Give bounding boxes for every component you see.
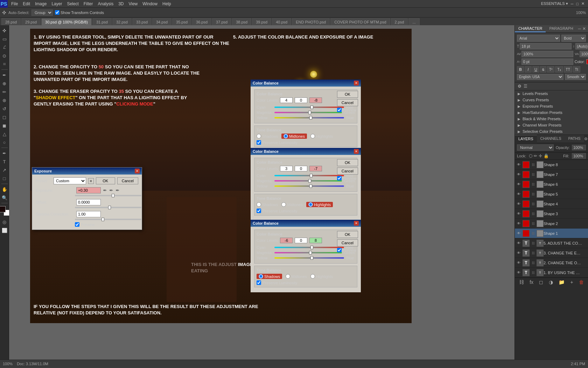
cb1-close-btn[interactable]: ✕: [354, 81, 359, 86]
menu-select[interactable]: Select: [67, 1, 78, 6]
cb2-cancel-btn[interactable]: Cancel: [337, 168, 358, 175]
paths-tab[interactable]: PATHS: [565, 135, 584, 143]
kerning-field[interactable]: [522, 51, 573, 57]
cb3-cancel-btn[interactable]: Cancel: [337, 239, 358, 246]
cb1-yellow-slider[interactable]: [309, 116, 312, 120]
cb2-cyan-slider[interactable]: [310, 174, 313, 177]
panel-close[interactable]: ✕: [582, 26, 586, 31]
levels-presets-item[interactable]: ▶ Levels Presets: [515, 90, 588, 97]
eyedropper-1[interactable]: ✒: [103, 188, 107, 193]
cb1-midtones-radio-active[interactable]: Midtones: [281, 134, 307, 139]
zoom-tool[interactable]: 🔍: [1, 194, 8, 202]
channels-tab[interactable]: CHANNELS: [537, 135, 565, 143]
layer-eye-shape3[interactable]: 👁: [516, 211, 521, 216]
tab-31[interactable]: 31.psd: [92, 18, 112, 25]
cb2-level3[interactable]: [309, 166, 322, 171]
tab-more[interactable]: ...: [408, 18, 419, 25]
layer-shape5[interactable]: 👁 ⛓ Shape 5: [515, 189, 588, 199]
menu-layer[interactable]: Layer: [51, 1, 62, 6]
fg-bg-colors[interactable]: [0, 206, 10, 216]
layer-text3[interactable]: 👁 T ⛓ T 3. CHANGE THE ERASER OP...: [515, 248, 588, 258]
font-style-select[interactable]: Bold: [561, 35, 586, 42]
panel-minimize[interactable]: ─: [578, 26, 581, 31]
layer-eye-text1[interactable]: 👁: [516, 270, 521, 275]
font-size-field[interactable]: [520, 43, 572, 49]
opacity-field[interactable]: [572, 145, 586, 150]
layer-eye-shape8[interactable]: 👁: [516, 162, 521, 167]
tab-32[interactable]: 32.psd: [112, 18, 132, 25]
lock-image-btn[interactable]: ✏: [534, 154, 537, 158]
move-tool[interactable]: ✜: [1, 27, 8, 34]
lasso-tool[interactable]: 𝓛: [1, 43, 8, 51]
clone-tool[interactable]: ⊛: [1, 96, 8, 104]
layer-eye-shape1[interactable]: 👁: [516, 231, 521, 236]
eyedropper-2[interactable]: ✒: [109, 188, 113, 193]
anti-alias-select[interactable]: Smooth: [565, 74, 586, 80]
text-tool[interactable]: T: [1, 158, 8, 165]
tracking-field[interactable]: [580, 51, 588, 57]
tab-end-photo[interactable]: END PHOTO.psd: [292, 18, 330, 25]
layer-eye-text3[interactable]: 👁: [516, 251, 521, 255]
cb3-magenta-slider[interactable]: [309, 251, 312, 254]
exposure-value-field[interactable]: [76, 187, 101, 193]
layer-shape2[interactable]: 👁 ⛓ Shape 2: [515, 219, 588, 229]
caps-btn[interactable]: TT: [564, 66, 572, 73]
exposure-close-btn[interactable]: ✕: [135, 169, 140, 173]
layer-text1[interactable]: 👁 T ⛓ T 1. BY USING THE ERASER T...: [515, 268, 588, 278]
exposure-slider-handle[interactable]: [112, 194, 114, 197]
paragraph-tab[interactable]: PARAGRAPH: [546, 25, 576, 32]
exposure-dialog-title[interactable]: Exposure ✕: [32, 168, 142, 175]
tab-2[interactable]: 2.psd: [391, 18, 408, 25]
cb1-preview-label[interactable]: Preview: [337, 108, 358, 112]
tab-36[interactable]: 36.psd: [192, 18, 211, 25]
brush-tool[interactable]: ✏: [1, 88, 8, 96]
canvas-area[interactable]: 1. BY USING THE ERASER TOOL, SIMPLY DELE…: [9, 25, 514, 360]
layers-panel-btn[interactable]: ⚙: [584, 137, 588, 141]
layer-eye-text5[interactable]: 👁: [516, 241, 521, 246]
cb2-level1[interactable]: [280, 166, 293, 171]
layer-eye-shape4[interactable]: 👁: [516, 202, 521, 206]
cb1-level1[interactable]: [280, 97, 293, 103]
lock-position-btn[interactable]: ✛: [539, 154, 542, 158]
transform-controls-checkbox[interactable]: [55, 10, 59, 15]
layer-shape1[interactable]: 👁 ⛓ Shape 1: [515, 229, 588, 238]
add-layer-btn[interactable]: +: [570, 279, 573, 285]
cb3-level1[interactable]: [280, 238, 293, 243]
hue-sat-item[interactable]: ▶ Hue/Saturation Presets: [515, 109, 588, 116]
layer-shape3[interactable]: 👁 ⛓ Shape 3: [515, 209, 588, 219]
layer-text2[interactable]: 👁 T ⛓ T 2. CHANGE THE OPACITY T...: [515, 258, 588, 268]
restore-btn[interactable]: □: [576, 2, 579, 6]
cb2-highlights-radio-active[interactable]: Highlights: [306, 202, 333, 207]
fg-color-swatch[interactable]: [0, 206, 6, 212]
exposure-cancel-btn[interactable]: Cancel: [117, 177, 138, 184]
hand-tool[interactable]: ✋: [1, 185, 8, 193]
cb2-preview-label[interactable]: Preview: [337, 176, 358, 180]
cb3-midtones-radio[interactable]: Midtones: [286, 274, 307, 279]
tab-39[interactable]: 39.psd: [252, 18, 271, 25]
cb2-magenta-slider[interactable]: [308, 179, 311, 183]
tab-30-active[interactable]: 30.psd @ 100% (RGB/8): [41, 18, 92, 25]
cb3-close-btn[interactable]: ✕: [354, 221, 359, 226]
cb2-midtones-radio[interactable]: Midtones: [281, 202, 303, 207]
tab-34[interactable]: 34.psd: [152, 18, 172, 25]
layers-tab[interactable]: LAYERS: [515, 135, 537, 143]
layer-shape6[interactable]: 👁 ⛓ Shape 6: [515, 179, 588, 189]
leading-field[interactable]: [575, 43, 588, 49]
font-color-swatch[interactable]: [586, 59, 588, 64]
menu-file[interactable]: File: [11, 1, 18, 6]
fill-field[interactable]: [572, 153, 586, 159]
small-caps-btn[interactable]: Tt: [573, 66, 580, 73]
gradient-tool[interactable]: ◼: [1, 122, 8, 129]
menu-filter[interactable]: Filter: [84, 1, 93, 6]
cb1-title[interactable]: Color Balance ✕: [251, 80, 361, 87]
gamma-value-field[interactable]: [76, 211, 101, 217]
lock-all-btn[interactable]: 🔒: [544, 154, 549, 158]
tab-29[interactable]: 29.psd: [21, 18, 41, 25]
cb3-level3[interactable]: [309, 238, 322, 243]
character-tab[interactable]: CHARACTER: [515, 25, 546, 32]
language-select[interactable]: English: USA: [517, 74, 564, 80]
underline-btn[interactable]: U: [532, 66, 539, 73]
cb3-preserve-label[interactable]: Preserve Luminosity: [257, 280, 355, 285]
link-layers-btn[interactable]: ⛓: [519, 279, 524, 285]
gamma-slider-handle[interactable]: [102, 218, 104, 221]
